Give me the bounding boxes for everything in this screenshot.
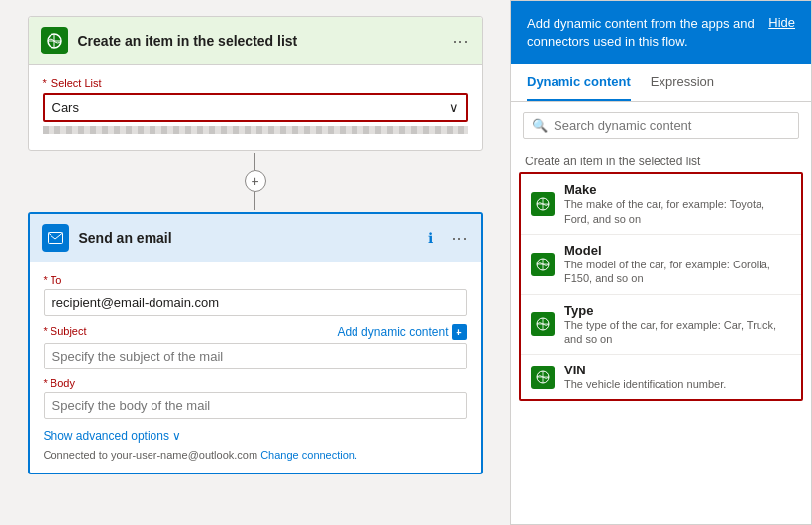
create-item-title: Create an item in the selected list (78, 33, 443, 49)
connector-plus-button[interactable]: + (245, 170, 266, 192)
dynamic-panel-header-text: Add dynamic content from the apps and co… (527, 15, 757, 51)
add-dynamic-plus-icon: + (452, 324, 467, 340)
send-email-card: Send an email ℹ ··· * To * Subject Add d… (28, 212, 483, 474)
dynamic-items-list: Make The make of the car, for example: T… (519, 172, 803, 401)
subject-input[interactable] (44, 343, 467, 369)
create-item-more-button[interactable]: ··· (452, 31, 469, 52)
type-item-icon (531, 312, 555, 336)
vin-item-content: VIN The vehicle identification number. (564, 363, 791, 391)
connected-info: Connected to your-user-name@outlook.com (44, 449, 258, 461)
create-item-card-header: Create an item in the selected list ··· (29, 17, 482, 65)
send-email-title: Send an email (79, 230, 419, 246)
subject-required: * (44, 325, 51, 337)
dynamic-panel-header: Add dynamic content from the apps and co… (511, 1, 811, 64)
connected-text: Connected to your-user-name@outlook.com … (44, 449, 467, 461)
type-item-desc: The type of the car, for example: Car, T… (564, 318, 791, 347)
to-label-text: To (51, 274, 62, 286)
create-item-icon (41, 27, 68, 54)
vin-item-desc: The vehicle identification number. (564, 377, 791, 391)
add-dynamic-content-button[interactable]: Add dynamic content + (337, 324, 466, 340)
main-canvas: Create an item in the selected list ··· … (0, 0, 510, 525)
list-item[interactable]: Make The make of the car, for example: T… (521, 174, 801, 235)
to-label: * To (44, 274, 467, 286)
subject-label: * Subject (44, 325, 87, 337)
to-required: * (44, 274, 51, 286)
select-list-field[interactable]: Cars ∨ (43, 93, 468, 122)
hide-panel-button[interactable]: Hide (768, 15, 795, 30)
svg-rect-3 (48, 233, 62, 244)
show-advanced-button[interactable]: Show advanced options ∨ (44, 429, 467, 443)
subject-row: * Subject Add dynamic content + (44, 324, 467, 340)
email-info-button[interactable]: ℹ (428, 230, 433, 246)
model-item-desc: The model of the car, for example: Corol… (564, 258, 791, 286)
body-required: * (44, 377, 51, 389)
body-input[interactable] (44, 392, 467, 419)
type-item-content: Type The type of the car, for example: C… (564, 303, 791, 347)
select-list-label: * Select List (43, 77, 468, 89)
make-item-icon (531, 192, 555, 216)
create-item-card: Create an item in the selected list ··· … (28, 16, 483, 151)
search-input[interactable] (554, 118, 790, 133)
tab-expression[interactable]: Expression (651, 64, 714, 101)
change-connection-link[interactable]: Change connection. (260, 449, 357, 461)
striped-bar (43, 126, 468, 134)
list-item[interactable]: VIN The vehicle identification number. (521, 355, 801, 399)
create-item-card-body: * Select List Cars ∨ (29, 65, 482, 150)
email-card-icon (42, 224, 69, 252)
connector-line-top (254, 153, 255, 170)
body-label: * Body (44, 377, 467, 389)
connector: + (245, 153, 266, 210)
list-item[interactable]: Model The model of the car, for example:… (521, 235, 801, 295)
dynamic-content-panel: Add dynamic content from the apps and co… (510, 0, 812, 525)
select-list-label-text: Select List (51, 77, 102, 89)
show-advanced-chevron-icon: ∨ (172, 429, 181, 443)
required-asterisk: * (43, 77, 47, 89)
make-item-name: Make (564, 182, 791, 197)
tab-dynamic-content[interactable]: Dynamic content (527, 64, 631, 101)
show-advanced-label: Show advanced options (44, 429, 169, 443)
type-item-name: Type (564, 303, 791, 318)
model-item-icon (531, 253, 555, 276)
vin-item-name: VIN (564, 363, 791, 377)
body-label-text: Body (51, 377, 75, 389)
make-item-desc: The make of the car, for example: Toyota… (564, 197, 791, 226)
dynamic-tabs: Dynamic content Expression (511, 64, 811, 102)
select-list-value: Cars (52, 100, 79, 115)
to-input[interactable] (44, 289, 467, 316)
make-item-content: Make The make of the car, for example: T… (564, 182, 791, 226)
email-more-button[interactable]: ··· (451, 228, 468, 249)
connector-line-bottom (254, 192, 255, 210)
add-dynamic-label: Add dynamic content (337, 325, 448, 339)
search-icon: 🔍 (532, 118, 548, 133)
search-box: 🔍 (523, 112, 799, 139)
send-email-card-body: * To * Subject Add dynamic content + * B… (30, 262, 481, 472)
model-item-name: Model (564, 243, 791, 258)
model-item-content: Model The model of the car, for example:… (564, 243, 791, 286)
subject-label-text: Subject (51, 325, 87, 337)
vin-item-icon (531, 366, 555, 389)
section-label: Create an item in the selected list (511, 149, 811, 172)
select-list-chevron-icon: ∨ (449, 100, 458, 115)
list-item[interactable]: Type The type of the car, for example: C… (521, 295, 801, 356)
send-email-card-header: Send an email ℹ ··· (30, 214, 481, 262)
